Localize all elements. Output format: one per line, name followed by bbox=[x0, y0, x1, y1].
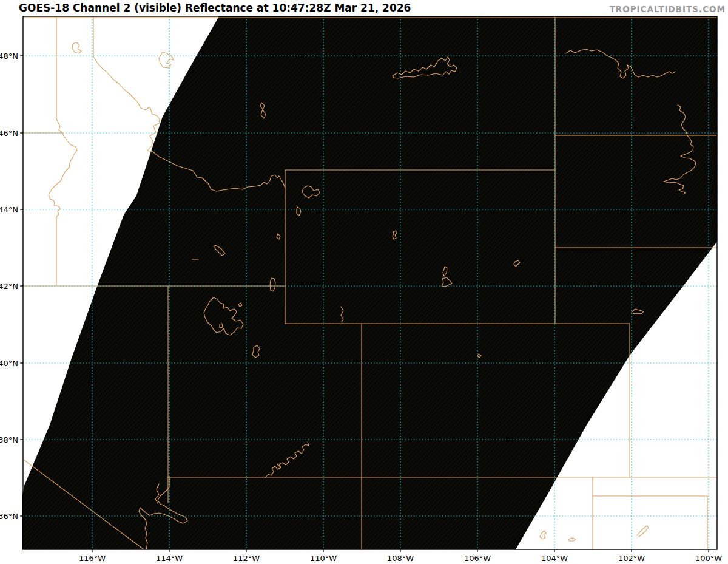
x-tick-label: 108°W bbox=[387, 554, 414, 563]
water-sumner-lake-nm bbox=[568, 538, 576, 541]
night-imagery-region bbox=[22, 16, 717, 549]
water-santa-rosa-lake-nm bbox=[540, 531, 546, 539]
x-tick-label: 102°W bbox=[618, 554, 645, 563]
y-tick-label: 40°N bbox=[0, 359, 18, 368]
x-tick-label: 110°W bbox=[310, 554, 337, 563]
site-watermark: TROPICALTIDBITS.COM bbox=[610, 4, 726, 14]
border-or-id-snake-river bbox=[49, 119, 77, 285]
map-canvas: 116°W114°W112°W110°W108°W106°W104°W102°W… bbox=[0, 0, 728, 564]
x-tick-label: 116°W bbox=[79, 554, 106, 563]
water-lake-pend-oreille bbox=[72, 42, 81, 53]
y-tick-label: 36°N bbox=[0, 512, 18, 521]
y-tick-label: 44°N bbox=[0, 205, 18, 214]
x-tick-label: 100°W bbox=[695, 554, 722, 563]
night-swath bbox=[22, 16, 717, 549]
x-tick-label: 106°W bbox=[464, 554, 491, 563]
x-tick-label: 112°W bbox=[233, 554, 260, 563]
y-tick-label: 38°N bbox=[0, 435, 18, 444]
water-flathead-lake bbox=[159, 52, 174, 68]
y-tick-label: 48°N bbox=[0, 52, 18, 61]
x-tick-label: 114°W bbox=[156, 554, 183, 563]
page-title: GOES-18 Channel 2 (visible) Reflectance … bbox=[19, 2, 411, 14]
satellite-map-view: GOES-18 Channel 2 (visible) Reflectance … bbox=[0, 0, 728, 564]
water-lake-meredith-tx bbox=[637, 526, 649, 537]
y-tick-label: 42°N bbox=[0, 282, 18, 291]
y-tick-label: 46°N bbox=[0, 129, 18, 138]
x-tick-label: 104°W bbox=[541, 554, 568, 563]
